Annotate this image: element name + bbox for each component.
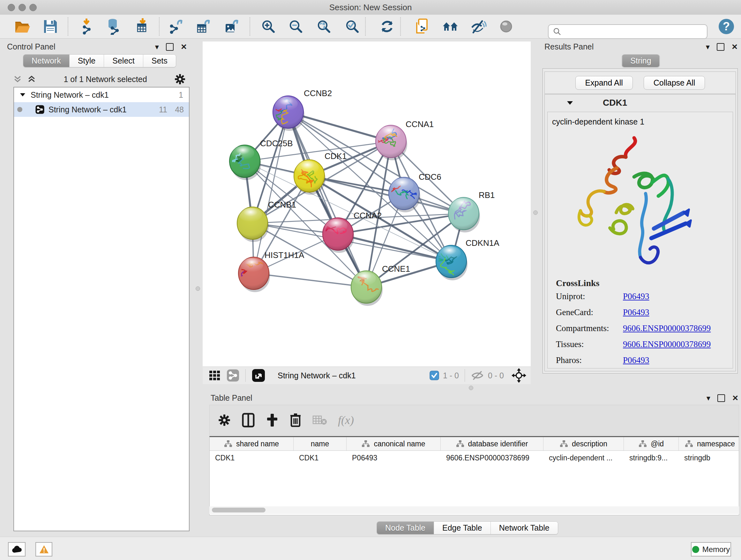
zoom-out-button[interactable]: [286, 17, 305, 36]
node-CDKN1A[interactable]: [436, 245, 468, 280]
right-splitter-handle[interactable]: [533, 210, 538, 215]
column-header-description[interactable]: description: [543, 437, 624, 450]
horizontal-splitter-handle[interactable]: [469, 386, 473, 390]
zoom-in-button[interactable]: [259, 17, 277, 36]
collapse-all-networks-icon[interactable]: [27, 74, 37, 84]
hide-selected-button[interactable]: [469, 17, 487, 36]
create-column-icon[interactable]: [266, 413, 279, 427]
edge-CCNB2-CCNE1[interactable]: [288, 112, 366, 287]
network-tree-row[interactable]: String Network – cdk1 1: [14, 87, 189, 102]
tab-string[interactable]: String: [622, 55, 659, 67]
scrollbar-thumb[interactable]: [212, 508, 266, 512]
tab-network-table[interactable]: Network Table: [491, 522, 558, 534]
column-header-database-identifier[interactable]: database identifier: [441, 437, 543, 450]
cell-database-identifier[interactable]: 9606.ENSP00000378699: [441, 451, 543, 465]
table-settings-gear-icon[interactable]: [218, 414, 231, 427]
fit-center-crosshair-icon[interactable]: [512, 368, 526, 383]
network-view-icon[interactable]: [226, 369, 240, 382]
network-options-gear-icon[interactable]: [174, 73, 186, 85]
new-network-from-selection-button[interactable]: [413, 17, 431, 36]
column-header-name[interactable]: name: [293, 437, 347, 450]
collapse-panel-icon[interactable]: ▾: [706, 43, 710, 51]
caret-down-icon[interactable]: [19, 91, 26, 98]
memory-button[interactable]: Memory: [691, 542, 731, 557]
cloud-button[interactable]: [8, 542, 25, 557]
edge-CCNA2-CDKN1A[interactable]: [338, 234, 451, 261]
cell-shared-name[interactable]: CDK1: [210, 451, 293, 465]
expand-all-button[interactable]: Expand All: [576, 76, 633, 90]
cell-description[interactable]: cyclin-dependent ...: [543, 451, 624, 465]
node-RB1[interactable]: [448, 197, 480, 233]
column-header-namespace[interactable]: namespace: [679, 437, 739, 450]
tab-sets[interactable]: Sets: [143, 55, 176, 67]
node-CCNE1[interactable]: [351, 271, 383, 306]
edge-CCNE1-HIST1H1A[interactable]: [254, 273, 366, 287]
warnings-button[interactable]: [36, 542, 52, 557]
detach-view-icon[interactable]: [252, 368, 266, 382]
show-columns-icon[interactable]: [242, 413, 255, 428]
column-header-@id[interactable]: @id: [624, 437, 679, 450]
search-input[interactable]: [562, 27, 707, 37]
tab-node-table[interactable]: Node Table: [377, 522, 434, 534]
column-header-shared-name[interactable]: shared name: [210, 437, 293, 450]
export-table-button[interactable]: [194, 17, 212, 36]
node-CDC25B[interactable]: [228, 145, 261, 180]
show-all-button[interactable]: [497, 17, 515, 36]
expand-all-networks-icon[interactable]: [13, 74, 22, 84]
network-tree-row[interactable]: String Network – cdk1 11 48: [14, 102, 189, 117]
table-horizontal-scrollbar[interactable]: [209, 506, 739, 514]
network-canvas[interactable]: CCNB2CCNA1CDC25BCDK1CDC6RB1CCNB1CCNA2CDK…: [203, 42, 531, 367]
crosslink-value-link[interactable]: 9606.ENSP00000378699: [623, 323, 711, 333]
tab-network[interactable]: Network: [23, 55, 70, 67]
node-CCNB2[interactable]: [259, 96, 305, 131]
cell-namespace[interactable]: stringdb: [679, 451, 739, 465]
export-image-button[interactable]: [223, 17, 241, 36]
import-network-from-file-button[interactable]: [77, 17, 95, 36]
export-network-button[interactable]: [167, 17, 185, 36]
node-CCNA2[interactable]: [322, 218, 354, 253]
tab-select[interactable]: Select: [104, 55, 143, 67]
cell-canonical-name[interactable]: P06493: [347, 451, 441, 465]
edge-CCNB2-HIST1H1A[interactable]: [254, 112, 288, 273]
crosslink-value-link[interactable]: P06493: [623, 355, 650, 365]
close-panel-icon[interactable]: ✕: [731, 43, 738, 51]
import-network-from-database-button[interactable]: [105, 17, 122, 36]
node-HIST1H1A[interactable]: [227, 257, 270, 292]
grid-view-icon[interactable]: [208, 369, 221, 382]
node-CCNA1[interactable]: [372, 125, 407, 160]
caret-down-icon[interactable]: [566, 99, 574, 107]
node-table[interactable]: shared namenamecanonical namedatabase id…: [209, 436, 739, 515]
zoom-fit-content-button[interactable]: [315, 17, 333, 36]
collapse-panel-icon[interactable]: ▾: [155, 43, 159, 51]
search-box[interactable]: [548, 24, 708, 39]
crosslink-value-link[interactable]: P06493: [623, 307, 650, 317]
close-panel-icon[interactable]: ✕: [732, 394, 738, 402]
gene-section-header[interactable]: CDK1: [545, 95, 736, 111]
float-panel-icon[interactable]: [166, 43, 174, 51]
refresh-button[interactable]: [378, 17, 396, 36]
crosslink-value-link[interactable]: P06493: [623, 292, 650, 301]
float-panel-icon[interactable]: [718, 394, 725, 402]
tab-edge-table[interactable]: Edge Table: [434, 522, 491, 534]
import-table-from-file-button[interactable]: [134, 17, 151, 36]
collapse-all-button[interactable]: Collapse All: [644, 76, 705, 90]
node-CDK1[interactable]: [294, 160, 326, 195]
tab-style[interactable]: Style: [70, 55, 105, 67]
column-header-canonical-name[interactable]: canonical name: [347, 437, 441, 450]
open-session-button[interactable]: [13, 17, 31, 36]
close-panel-icon[interactable]: ✕: [181, 43, 187, 51]
delete-column-icon[interactable]: [289, 413, 301, 428]
crosslink-value-link[interactable]: 9606.ENSP00000378699: [623, 339, 711, 349]
left-splitter-handle[interactable]: [196, 287, 200, 291]
cell-@id[interactable]: stringdb:9...: [624, 451, 679, 465]
table-row[interactable]: CDK1CDK1P064939606.ENSP00000378699cyclin…: [210, 451, 739, 465]
float-panel-icon[interactable]: [717, 43, 724, 51]
cell-name[interactable]: CDK1: [293, 451, 347, 465]
first-neighbors-button[interactable]: [442, 17, 460, 36]
help-button[interactable]: ?: [718, 17, 735, 36]
selected-checkbox-icon[interactable]: [429, 371, 439, 380]
save-session-button[interactable]: [42, 17, 59, 36]
collapse-panel-icon[interactable]: ▾: [706, 394, 711, 402]
node-CCNB1[interactable]: [237, 207, 269, 242]
zoom-selected-button[interactable]: [343, 17, 361, 36]
